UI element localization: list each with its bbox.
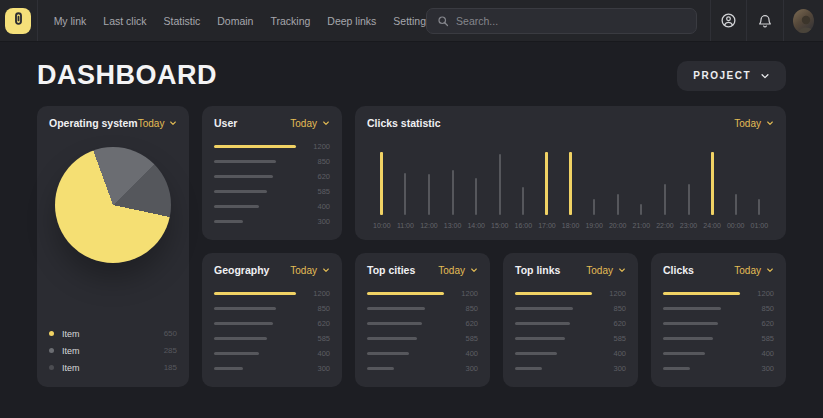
hbar-track	[663, 292, 740, 295]
vbar-column: 01:00	[748, 137, 772, 229]
user-avatar[interactable]	[793, 9, 814, 33]
hbar-value: 400	[306, 349, 330, 358]
hbar-track	[663, 337, 740, 340]
nav-link-statistic[interactable]: Statistic	[163, 15, 200, 27]
card-geography: Geography Today 1200850620585400300	[202, 253, 342, 387]
hbar	[663, 367, 690, 370]
clicks-statistic-today-filter[interactable]: Today	[734, 118, 774, 129]
hbar-value: 620	[602, 319, 626, 328]
dashboard-grid: Operating system Today Item650Item285Ite…	[0, 106, 823, 387]
bell-icon[interactable]	[747, 0, 783, 42]
hbar-track	[214, 307, 296, 310]
vbar-area	[758, 152, 760, 215]
hbar-value: 850	[750, 304, 774, 313]
hbar-row: 850	[515, 304, 626, 312]
legend-dot	[49, 331, 54, 336]
top-cities-bar-chart: 1200850620585400300	[367, 289, 478, 372]
hbar-row: 1200	[367, 289, 478, 297]
vbar	[640, 204, 642, 215]
hbar	[367, 292, 444, 295]
search-input[interactable]	[456, 15, 686, 27]
clicks-today-filter[interactable]: Today	[734, 265, 774, 276]
card-title: Top cities	[367, 264, 415, 276]
vbar	[545, 152, 548, 215]
vbar-column: 12:00	[417, 137, 441, 229]
time-label: 15:00	[491, 222, 509, 229]
vbar-area	[380, 152, 383, 215]
hbar-row: 585	[515, 334, 626, 342]
hbar-track	[663, 367, 740, 370]
hbar-row: 400	[367, 349, 478, 357]
hbar-value: 400	[602, 349, 626, 358]
vbar-area	[475, 152, 477, 215]
clicks-statistic-bar-chart: 10:0011:0012:0013:0014:0015:0016:0017:00…	[367, 137, 774, 229]
nav-link-my-link[interactable]: My link	[54, 15, 87, 27]
hbar	[367, 322, 422, 325]
hbar-value: 400	[750, 349, 774, 358]
nav-links: My linkLast clickStatisticDomainTracking…	[54, 15, 426, 27]
hbar-row: 585	[214, 334, 330, 342]
hbar-track	[515, 292, 592, 295]
card-title: Clicks statistic	[367, 117, 441, 129]
vbar-column: 00:00	[724, 137, 748, 229]
legend-item: Item650	[49, 328, 177, 339]
app-logo[interactable]	[0, 8, 37, 34]
vbar-area	[404, 152, 406, 215]
hbar-track	[367, 322, 444, 325]
hbar-track	[515, 307, 592, 310]
chevron-down-icon	[322, 266, 330, 274]
hbar-row: 850	[214, 304, 330, 312]
hbar-track	[214, 352, 296, 355]
hbar	[663, 307, 721, 310]
nav-link-deep-links[interactable]: Deep links	[327, 15, 376, 27]
hbar	[515, 322, 570, 325]
nav-link-tracking[interactable]: Tracking	[270, 15, 310, 27]
hbar-value: 585	[306, 187, 330, 196]
geography-today-filter[interactable]: Today	[290, 265, 330, 276]
chevron-down-icon	[766, 119, 774, 127]
top-cities-today-filter[interactable]: Today	[438, 265, 478, 276]
card-title: Top links	[515, 264, 560, 276]
vbar-area	[499, 152, 501, 215]
hbar	[515, 337, 565, 340]
nav-link-setting[interactable]: Setting	[393, 15, 426, 27]
account-icon[interactable]	[711, 0, 747, 42]
vbar-column: 20:00	[606, 137, 630, 229]
hbar-value: 585	[454, 334, 478, 343]
vbar	[404, 173, 406, 215]
hbar-row: 300	[214, 364, 330, 372]
vbar-column: 19:00	[582, 137, 606, 229]
nav-link-last-click[interactable]: Last click	[103, 15, 146, 27]
hbar-value: 585	[306, 334, 330, 343]
hbar-row: 620	[214, 172, 330, 180]
top-links-today-filter[interactable]: Today	[586, 265, 626, 276]
chevron-down-icon	[766, 266, 774, 274]
project-dropdown-button[interactable]: PROJECT	[677, 61, 786, 91]
hbar-track	[214, 220, 296, 223]
user-today-filter[interactable]: Today	[290, 118, 330, 129]
filter-label: Today	[586, 265, 613, 276]
vbar-column: 16:00	[512, 137, 536, 229]
hbar	[214, 175, 273, 178]
search-bar	[426, 8, 697, 34]
hbar-value: 300	[306, 364, 330, 373]
hbar-track	[214, 292, 296, 295]
vbar-column: 24:00	[700, 137, 724, 229]
time-label: 19:00	[585, 222, 603, 229]
hbar-row: 620	[367, 319, 478, 327]
nav-link-domain[interactable]: Domain	[217, 15, 253, 27]
hbar-row: 1200	[663, 289, 774, 297]
hbar	[663, 352, 705, 355]
hbar-value: 1200	[602, 289, 626, 298]
vbar-column: 13:00	[441, 137, 465, 229]
vbar-area	[593, 152, 595, 215]
time-label: 18:00	[562, 222, 580, 229]
hbar-track	[367, 367, 444, 370]
hbar	[515, 352, 557, 355]
vbar-area	[735, 152, 737, 215]
time-label: 16:00	[515, 222, 533, 229]
hbar-row: 1200	[214, 142, 330, 150]
hbar-row: 400	[214, 349, 330, 357]
chevron-down-icon	[618, 266, 626, 274]
operating-system-today-filter[interactable]: Today	[138, 118, 178, 129]
